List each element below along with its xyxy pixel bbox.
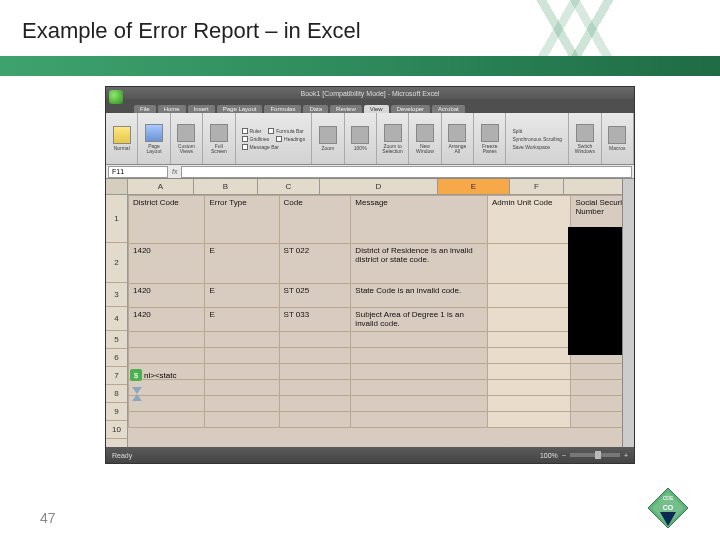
- cell[interactable]: [488, 308, 571, 332]
- cell[interactable]: [351, 396, 488, 412]
- cell[interactable]: Message: [351, 196, 488, 244]
- ribbon-custom-views[interactable]: Custom Views: [171, 113, 203, 164]
- tab-acrobat[interactable]: Acrobat: [432, 105, 465, 113]
- cell[interactable]: ST 022: [279, 244, 351, 284]
- ribbon-normal[interactable]: Normal: [106, 113, 138, 164]
- cell[interactable]: [205, 332, 279, 348]
- cell[interactable]: Error Type: [205, 196, 279, 244]
- formula-input[interactable]: [181, 166, 632, 178]
- name-box[interactable]: F11: [108, 166, 168, 178]
- cell[interactable]: [205, 380, 279, 396]
- opt-save-workspace[interactable]: Save Workspace: [512, 144, 562, 150]
- cell[interactable]: [279, 412, 351, 428]
- cell[interactable]: ST 033: [279, 308, 351, 332]
- cell[interactable]: 1420: [129, 308, 205, 332]
- opt-sync-scroll[interactable]: Synchronous Scrolling: [512, 136, 562, 142]
- chk-gridlines[interactable]: [242, 136, 248, 142]
- cell[interactable]: [351, 412, 488, 428]
- cell[interactable]: E: [205, 308, 279, 332]
- tab-view[interactable]: View: [364, 105, 389, 113]
- chk-formula-bar[interactable]: [268, 128, 274, 134]
- ribbon-page-layout[interactable]: Page Layout: [138, 113, 170, 164]
- cell[interactable]: [488, 332, 571, 348]
- ribbon-macros[interactable]: Macros: [602, 113, 634, 164]
- office-button[interactable]: [109, 90, 123, 104]
- cell[interactable]: 1420: [129, 284, 205, 308]
- cell[interactable]: [488, 348, 571, 364]
- cell[interactable]: [488, 380, 571, 396]
- cell[interactable]: District Code: [129, 196, 205, 244]
- cell[interactable]: [351, 332, 488, 348]
- col-header[interactable]: A: [128, 179, 194, 194]
- tab-file[interactable]: File: [134, 105, 156, 113]
- ribbon-arrange-all[interactable]: Arrange All: [442, 113, 474, 164]
- select-all-corner[interactable]: [106, 179, 128, 195]
- cell[interactable]: 1420: [129, 244, 205, 284]
- tab-developer[interactable]: Developer: [391, 105, 430, 113]
- zoom-control[interactable]: 100% −+: [540, 452, 628, 459]
- chk-ruler[interactable]: [242, 128, 248, 134]
- cell[interactable]: [129, 348, 205, 364]
- chk-message-bar[interactable]: [242, 144, 248, 150]
- row-header[interactable]: 5: [106, 331, 127, 349]
- cell[interactable]: [351, 364, 488, 380]
- tab-home[interactable]: Home: [158, 105, 186, 113]
- col-header[interactable]: C: [258, 179, 320, 194]
- cell[interactable]: [488, 284, 571, 308]
- row-header[interactable]: 3: [106, 283, 127, 307]
- cell[interactable]: [279, 348, 351, 364]
- opt-split[interactable]: Split: [512, 128, 562, 134]
- cell[interactable]: [205, 396, 279, 412]
- col-header-active[interactable]: E: [438, 179, 510, 194]
- col-header[interactable]: B: [194, 179, 258, 194]
- vertical-scrollbar[interactable]: [622, 179, 634, 447]
- row-header[interactable]: 9: [106, 403, 127, 421]
- cell[interactable]: [488, 364, 571, 380]
- cell[interactable]: [279, 380, 351, 396]
- tab-data[interactable]: Data: [303, 105, 328, 113]
- cell[interactable]: [129, 332, 205, 348]
- cell[interactable]: E: [205, 284, 279, 308]
- cell[interactable]: District of Residence is an invalid dist…: [351, 244, 488, 284]
- cell[interactable]: [279, 364, 351, 380]
- worksheet[interactable]: 1 2 3 4 5 6 7 8 9 10 A B C D E F: [106, 179, 634, 447]
- cell[interactable]: [205, 348, 279, 364]
- ribbon-zoom-selection[interactable]: Zoom to Selection: [377, 113, 409, 164]
- ribbon-new-window[interactable]: New Window: [409, 113, 441, 164]
- cell[interactable]: [205, 412, 279, 428]
- chk-headings[interactable]: [276, 136, 282, 142]
- ribbon-100[interactable]: 100%: [345, 113, 377, 164]
- tab-page-layout[interactable]: Page Layout: [217, 105, 263, 113]
- cell[interactable]: [351, 348, 488, 364]
- cell[interactable]: [129, 412, 205, 428]
- col-header[interactable]: F: [510, 179, 564, 194]
- row-header[interactable]: 2: [106, 243, 127, 283]
- cell[interactable]: Code: [279, 196, 351, 244]
- cell[interactable]: [205, 364, 279, 380]
- cell[interactable]: [351, 380, 488, 396]
- ribbon-switch-windows[interactable]: Switch Windows: [569, 113, 601, 164]
- row-header[interactable]: 4: [106, 307, 127, 331]
- ribbon-freeze-panes[interactable]: Freeze Panes: [474, 113, 506, 164]
- cell[interactable]: Subject Area of Degree 1 is an invalid c…: [351, 308, 488, 332]
- row-header[interactable]: 7: [106, 367, 127, 385]
- ribbon-full-screen[interactable]: Full Screen: [203, 113, 235, 164]
- cell[interactable]: [279, 332, 351, 348]
- cell[interactable]: [279, 396, 351, 412]
- row-header[interactable]: 1: [106, 195, 127, 243]
- cell[interactable]: E: [205, 244, 279, 284]
- cell[interactable]: ST 025: [279, 284, 351, 308]
- row-header[interactable]: 6: [106, 349, 127, 367]
- row-header[interactable]: 8: [106, 385, 127, 403]
- tab-review[interactable]: Review: [330, 105, 362, 113]
- cell[interactable]: Admin Unit Code: [488, 196, 571, 244]
- row-header[interactable]: 10: [106, 421, 127, 439]
- tab-formulas[interactable]: Formulas: [264, 105, 301, 113]
- cell[interactable]: State Code is an invalid code.: [351, 284, 488, 308]
- cell[interactable]: [488, 412, 571, 428]
- col-header[interactable]: D: [320, 179, 438, 194]
- ribbon-zoom[interactable]: Zoom: [312, 113, 344, 164]
- tab-insert[interactable]: Insert: [188, 105, 215, 113]
- cell[interactable]: [488, 396, 571, 412]
- cell[interactable]: [488, 244, 571, 284]
